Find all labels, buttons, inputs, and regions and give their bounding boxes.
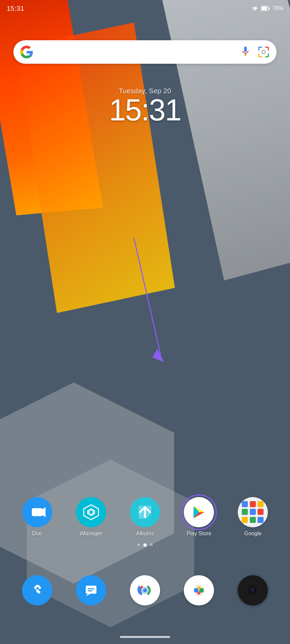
camera-icon bbox=[238, 575, 268, 605]
playstore-icon bbox=[184, 497, 214, 527]
svg-point-14 bbox=[89, 511, 93, 514]
page-dot-3 bbox=[150, 543, 153, 546]
app-grid: Duo iManager Al bbox=[0, 497, 290, 540]
svg-rect-2 bbox=[262, 7, 267, 10]
google-folder-icon bbox=[238, 497, 268, 527]
search-action-icons bbox=[239, 46, 270, 58]
dock-item-chrome[interactable] bbox=[130, 575, 160, 605]
imanager-label: iManager bbox=[80, 531, 102, 537]
app-row-main: Duo iManager Al bbox=[10, 497, 280, 537]
dock bbox=[10, 564, 280, 617]
svg-rect-6 bbox=[258, 47, 269, 57]
phone-icon bbox=[22, 575, 52, 605]
assistant-icon bbox=[184, 575, 214, 605]
status-icons: 78% bbox=[251, 5, 283, 11]
svg-rect-17 bbox=[88, 588, 94, 589]
lens-search-button[interactable] bbox=[257, 46, 270, 58]
svg-marker-11 bbox=[43, 507, 46, 517]
duo-icon bbox=[22, 497, 52, 527]
svg-rect-18 bbox=[88, 590, 92, 591]
messages-icon bbox=[76, 575, 106, 605]
duo-label: Duo bbox=[32, 531, 42, 537]
voice-search-button[interactable] bbox=[239, 46, 252, 58]
imanager-icon bbox=[76, 497, 106, 527]
app-item-google[interactable]: Google bbox=[231, 497, 275, 537]
search-bar[interactable] bbox=[13, 40, 277, 64]
app-item-playstore[interactable]: Play Store bbox=[177, 497, 221, 537]
dock-item-phone[interactable] bbox=[22, 575, 52, 605]
google-logo bbox=[20, 46, 33, 58]
dock-item-messages[interactable] bbox=[76, 575, 106, 605]
svg-point-28 bbox=[197, 586, 201, 589]
app-item-imanager[interactable]: iManager bbox=[69, 497, 113, 537]
google-label: Google bbox=[244, 531, 262, 537]
page-dot-1 bbox=[137, 543, 140, 546]
svg-point-7 bbox=[262, 50, 265, 54]
svg-point-29 bbox=[197, 591, 201, 595]
svg-rect-1 bbox=[269, 7, 270, 9]
lens-icon bbox=[258, 46, 270, 58]
app-item-duo[interactable]: Duo bbox=[15, 497, 59, 537]
svg-rect-15 bbox=[86, 586, 96, 594]
app-item-albums[interactable]: Albums bbox=[123, 497, 167, 537]
status-bar: 15:31 78% bbox=[0, 0, 290, 17]
svg-marker-16 bbox=[86, 594, 90, 596]
albums-label: Albums bbox=[136, 531, 154, 537]
chrome-icon bbox=[130, 575, 160, 605]
dock-item-assistant[interactable] bbox=[184, 575, 214, 605]
battery-level: 78% bbox=[273, 5, 283, 11]
playstore-label: Play Store bbox=[187, 531, 211, 537]
time-display: 15:31 bbox=[0, 95, 290, 125]
mic-icon bbox=[241, 46, 250, 58]
svg-rect-3 bbox=[244, 47, 247, 52]
page-dots bbox=[0, 543, 290, 547]
battery-icon bbox=[261, 6, 270, 11]
status-time: 15:31 bbox=[7, 5, 24, 12]
svg-rect-10 bbox=[32, 508, 43, 516]
wifi-icon bbox=[251, 5, 259, 11]
dock-item-camera[interactable] bbox=[238, 575, 268, 605]
page-dot-2 bbox=[143, 543, 147, 547]
datetime-widget: Tuesday, Sep 20 15:31 bbox=[0, 87, 290, 125]
home-indicator[interactable] bbox=[120, 636, 170, 638]
svg-point-23 bbox=[143, 588, 147, 592]
albums-icon bbox=[130, 497, 160, 527]
